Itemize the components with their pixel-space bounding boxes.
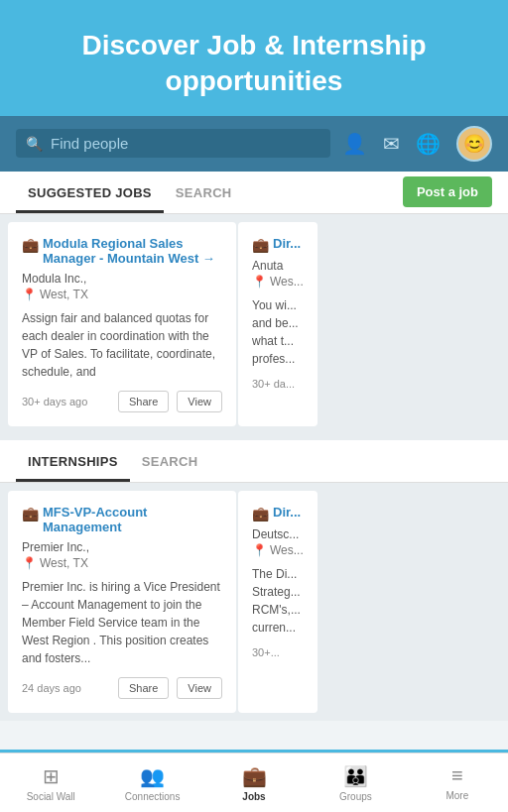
header: Discover Job & Internship opportunities [0,0,508,116]
internship-desc-2: The Di... Strateg... RCM's,... curren... [252,565,304,637]
internship-title-2: 💼 Dir... [252,505,304,522]
search-input-wrap[interactable]: 🔍 [16,129,330,158]
tab-search-internships[interactable]: SEARCH [130,440,210,482]
job-desc-2: You wi... and be... what t... profes... [252,296,304,368]
job-footer-2: 30+ da... [252,378,304,390]
internships-tabs: INTERNSHIPS SEARCH [0,440,508,483]
social-wall-icon: ⊞ [43,764,60,788]
internship-time-2: 30+... [252,646,280,658]
tab-search-jobs[interactable]: SEARCH [164,172,244,213]
internship-time-1: 24 days ago [22,682,81,694]
main-content: SUGGESTED JOBS SEARCH Post a job 💼 Modul… [0,172,508,750]
job-time-1: 30+ days ago [22,396,87,407]
search-icon: 🔍 [26,136,43,152]
share-button-internship-1[interactable]: Share [118,677,169,699]
nav-jobs[interactable]: 💼 Jobs [203,758,305,808]
internship-company-1: Premier Inc., [22,540,222,554]
mail-icon[interactable]: ✉ [383,132,400,156]
job-company-1: Modula Inc., [22,272,222,286]
globe-icon[interactable]: 🌐 [416,132,441,156]
nav-more-label: More [445,790,468,801]
view-button-1[interactable]: View [177,391,222,412]
location-pin-icon-4: 📍 [252,543,267,557]
post-job-button[interactable]: Post a job [403,176,492,207]
internships-cards-area: 💼 MFS-VP-Account Management Premier Inc.… [0,483,508,721]
location-pin-icon: 📍 [22,288,37,301]
internship-title-1: 💼 MFS-VP-Account Management [22,505,222,534]
internship-footer-2: 30+... [252,646,304,658]
search-icons: 👤 ✉ 🌐 😊 [342,126,492,162]
internship-company-2: Deutsc... [252,527,304,541]
jobs-tabs: SUGGESTED JOBS SEARCH Post a job [0,172,508,214]
internship-card-1: 💼 MFS-VP-Account Management Premier Inc.… [8,491,236,713]
internship-location-1: 📍 West, TX [22,556,222,570]
job-time-2: 30+ da... [252,378,295,390]
search-input[interactable] [51,135,320,152]
search-bar: 🔍 👤 ✉ 🌐 😊 [0,116,508,172]
nav-jobs-label: Jobs [242,791,265,802]
internship-desc-1: Premier Inc. is hiring a Vice President … [22,578,222,667]
avatar[interactable]: 😊 [456,126,492,162]
groups-icon: 👪 [343,764,368,788]
job-title-2: 💼 Dir... [252,236,304,253]
nav-social-wall-label: Social Wall [27,791,75,802]
nav-social-wall[interactable]: ⊞ Social Wall [0,758,101,808]
nav-more[interactable]: ≡ More [407,758,508,807]
job-footer-1: 30+ days ago Share View [22,391,222,412]
nav-connections-label: Connections [125,791,181,802]
job-card-2-partial: 💼 Dir... Anuta 📍 Wes... You wi... and be… [238,222,318,426]
internship-footer-1: 24 days ago Share View [22,677,222,699]
job-company-2: Anuta [252,259,304,273]
view-button-internship-1[interactable]: View [177,677,222,699]
briefcase-icon-4: 💼 [252,506,269,522]
nav-groups[interactable]: 👪 Groups [305,758,406,808]
jobs-cards-area: 💼 Modula Regional Sales Manager - Mounta… [0,214,508,434]
briefcase-icon-1: 💼 [22,237,39,253]
connections-icon: 👥 [140,764,165,788]
more-icon: ≡ [451,764,463,787]
briefcase-icon-3: 💼 [22,506,39,522]
location-pin-icon-3: 📍 [22,556,37,570]
job-location-1: 📍 West, TX [22,288,222,301]
nav-groups-label: Groups [339,791,372,802]
jobs-icon: 💼 [242,764,267,788]
nav-connections[interactable]: 👥 Connections [101,758,202,808]
briefcase-icon-2: 💼 [252,237,269,253]
job-title-1: 💼 Modula Regional Sales Manager - Mounta… [22,236,222,266]
job-card-1: 💼 Modula Regional Sales Manager - Mounta… [8,222,236,426]
tab-internships[interactable]: INTERNSHIPS [16,440,130,482]
location-pin-icon-2: 📍 [252,275,267,289]
page-title: Discover Job & Internship opportunities [20,28,488,100]
bottom-nav: ⊞ Social Wall 👥 Connections 💼 Jobs 👪 Gro… [0,753,508,812]
people-icon[interactable]: 👤 [342,132,367,156]
tab-suggested-jobs[interactable]: SUGGESTED JOBS [16,172,164,213]
internship-location-2: 📍 Wes... [252,543,304,557]
job-location-2: 📍 Wes... [252,275,304,289]
share-button-1[interactable]: Share [118,391,169,412]
internship-card-2-partial: 💼 Dir... Deutsc... 📍 Wes... The Di... St… [238,491,318,713]
job-desc-1: Assign fair and balanced quotas for each… [22,309,222,381]
